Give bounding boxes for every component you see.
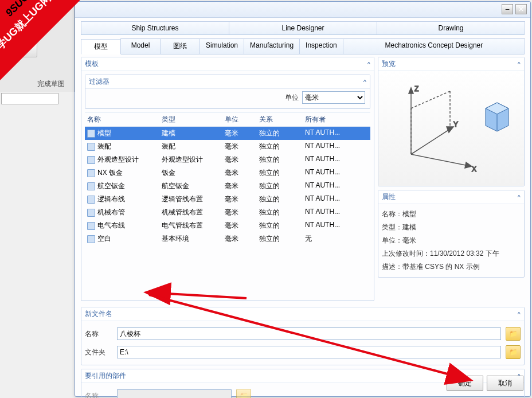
template-icon <box>87 130 95 138</box>
svg-line-6 <box>411 129 450 154</box>
collapse-icon[interactable]: ^ <box>518 61 521 68</box>
row-name: NX 钣金 <box>97 168 123 178</box>
row-unit: 毫米 <box>222 154 257 165</box>
preview-panel-title: 预览 <box>382 59 396 69</box>
row-owner: NT AUTH... <box>303 128 370 139</box>
row-owner: NT AUTH... <box>303 220 370 231</box>
template-icon <box>87 182 95 190</box>
svg-marker-1 <box>409 88 413 93</box>
tab-line-designer[interactable]: Line Designer <box>229 21 377 34</box>
unit-select[interactable]: 毫米 <box>302 91 365 104</box>
template-panel: 模板 ^ 过滤器 ^ 单位 毫米 <box>81 57 374 301</box>
tab-inspection[interactable]: Inspection <box>299 38 343 54</box>
cancel-button[interactable]: 取消 <box>487 376 523 391</box>
tab-ship-structures[interactable]: Ship Structures <box>81 21 229 34</box>
template-icon <box>87 235 95 243</box>
table-row[interactable]: 航空钣金航空钣金毫米独立的NT AUTH... <box>85 180 370 193</box>
row-rel: 独立的 <box>257 233 303 244</box>
col-type[interactable]: 类型 <box>159 114 222 125</box>
new-file-dialog: – ✕ Ship Structures Line Designer Drawin… <box>75 1 531 397</box>
tab-simulation[interactable]: Simulation <box>200 38 244 54</box>
row-rel: 独立的 <box>257 207 303 218</box>
tab-drafting[interactable]: 图纸 <box>160 38 200 54</box>
folder-input[interactable] <box>117 346 501 358</box>
row-type: 航空钣金 <box>159 181 222 192</box>
tab-model-en[interactable]: Model <box>120 38 161 54</box>
tab-manufacturing[interactable]: Manufacturing <box>244 38 300 54</box>
filter-panel-title: 过滤器 <box>89 77 109 87</box>
tab-mechatronics[interactable]: Mechatronics Concept Designer <box>343 38 525 54</box>
row-owner: NT AUTH... <box>303 167 370 178</box>
svg-line-9 <box>411 91 450 108</box>
table-row[interactable]: 模型建模毫米独立的NT AUTH... <box>85 127 370 140</box>
collapse-icon[interactable]: ^ <box>518 311 521 318</box>
collapse-icon[interactable]: ^ <box>367 61 370 68</box>
folder-icon: 📁 <box>240 392 248 398</box>
col-name[interactable]: 名称 <box>85 114 159 125</box>
tab-model-cn[interactable]: 模型 <box>81 39 121 54</box>
row-type: 钣金 <box>159 167 222 178</box>
table-row[interactable]: NX 钣金钣金毫米独立的NT AUTH... <box>85 166 370 180</box>
ok-button[interactable]: 确定 <box>447 376 483 391</box>
properties-panel: 属性 ^ 名称：模型 类型：建模 单位：毫米 上次修改时间：11/30/2012… <box>378 190 525 278</box>
tab-drawing[interactable]: Drawing <box>377 21 525 34</box>
table-row[interactable]: 逻辑布线逻辑管线布置毫米独立的NT AUTH... <box>85 193 370 206</box>
svg-marker-4 <box>465 162 472 168</box>
collapse-icon[interactable]: ^ <box>518 194 521 201</box>
svg-text:Z: Z <box>414 85 418 93</box>
row-owner: NT AUTH... <box>303 154 370 165</box>
template-grid: 名称 类型 单位 关系 所有者 模型建模毫米独立的NT AUTH...装配装配毫… <box>85 112 370 245</box>
browse-name-button[interactable]: 📁 <box>506 327 521 341</box>
table-row[interactable]: 装配装配毫米独立的NT AUTH... <box>85 140 370 153</box>
folder-icon: 📁 <box>509 348 518 356</box>
col-unit[interactable]: 单位 <box>222 114 257 125</box>
row-rel: 独立的 <box>257 141 303 152</box>
minimize-button[interactable]: – <box>502 4 513 14</box>
row-name: 机械布管 <box>97 208 125 217</box>
close-button[interactable]: ✕ <box>515 4 527 14</box>
template-icon <box>87 196 95 204</box>
filename-input[interactable] <box>117 327 501 340</box>
bg-search-field <box>1 93 58 104</box>
row-unit: 毫米 <box>222 207 257 218</box>
row-unit: 毫米 <box>222 194 257 205</box>
row-rel: 独立的 <box>257 220 303 231</box>
title-bar: – ✕ <box>75 2 530 18</box>
table-row[interactable]: 空白基本环境毫米独立的无 <box>85 232 370 245</box>
collapse-icon[interactable]: ^ <box>363 79 366 85</box>
row-rel: 独立的 <box>257 194 303 205</box>
row-type: 外观造型设计 <box>159 154 222 165</box>
row-name: 空白 <box>97 234 111 244</box>
prop-name: 名称：模型 <box>382 208 521 221</box>
preview-panel: 预览 ^ Z X Y <box>378 57 525 186</box>
filename-label: 名称 <box>85 329 112 339</box>
col-rel[interactable]: 关系 <box>257 114 303 125</box>
sub-tab-row: 模型 Model 图纸 Simulation Manufacturing Ins… <box>81 38 525 54</box>
browse-refpart-button[interactable]: 📁 <box>236 389 251 398</box>
folder-label: 文件夹 <box>85 348 112 357</box>
table-row[interactable]: 外观造型设计外观造型设计毫米独立的NT AUTH... <box>85 153 370 166</box>
col-owner[interactable]: 所有者 <box>303 114 370 125</box>
csys-preview-icon: Z X Y <box>382 74 520 183</box>
top-tab-row: Ship Structures Line Designer Drawing <box>81 21 525 35</box>
row-unit: 毫米 <box>222 220 257 231</box>
prop-type: 类型：建模 <box>382 221 521 234</box>
prop-desc: 描述：带基准 CSYS 的 NX 示例 <box>382 260 521 274</box>
reference-part-title: 要引用的部件 <box>85 371 126 381</box>
preview-canvas: Z X Y <box>378 71 524 186</box>
browse-folder-button[interactable]: 📁 <box>506 345 521 359</box>
table-row[interactable]: 机械布管机械管线布置毫米独立的NT AUTH... <box>85 206 370 219</box>
row-name: 航空钣金 <box>97 181 125 191</box>
row-type: 装配 <box>159 141 222 152</box>
row-rel: 独立的 <box>257 167 303 178</box>
table-row[interactable]: 电气布线电气管线布置毫米独立的NT AUTH... <box>85 219 370 232</box>
bg-sketch-label: 完成草图 <box>37 79 65 89</box>
cube-icon <box>486 103 508 131</box>
prop-unit: 单位：毫米 <box>382 234 521 247</box>
row-rel: 独立的 <box>257 128 303 139</box>
svg-line-3 <box>411 154 468 166</box>
refpart-name-input <box>117 389 232 398</box>
template-icon <box>87 143 95 151</box>
refpart-name-label: 名称 <box>85 391 112 399</box>
row-unit: 毫米 <box>222 141 257 152</box>
